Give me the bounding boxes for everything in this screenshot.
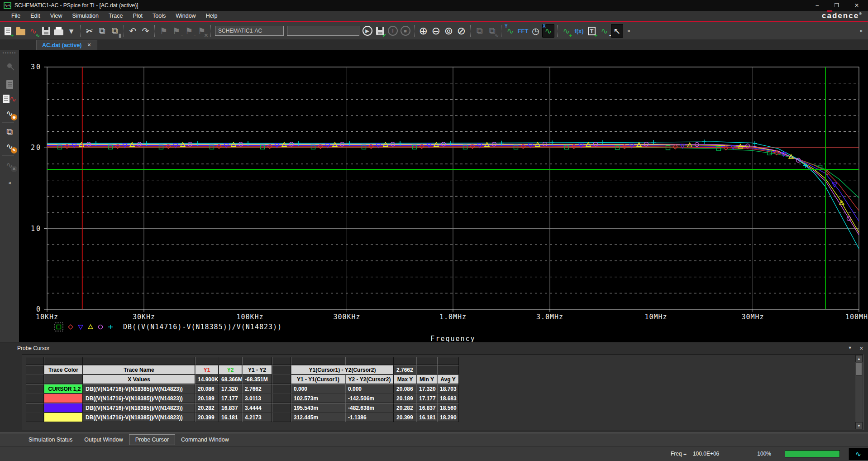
open-file[interactable] [14, 24, 27, 38]
scroll-down-icon[interactable]: ▼ [855, 422, 863, 429]
simulation-profile-combo[interactable]: SCHEMATIC1-AC [214, 24, 285, 38]
redo[interactable]: ↷ [139, 24, 152, 38]
row-selector[interactable] [26, 413, 44, 422]
column-grip[interactable] [83, 357, 195, 365]
open-waveform[interactable]: ∿∿ [27, 24, 39, 38]
column-grip[interactable] [44, 357, 83, 365]
bottom-tab-simulation-status[interactable]: Simulation Status [23, 435, 78, 445]
table-row[interactable]: DB((V(N14716)-V(N18385))/V(N14823))20.18… [26, 394, 459, 403]
zoom-area[interactable]: ⊘ [455, 24, 467, 38]
save[interactable] [40, 24, 52, 38]
table-row[interactable]: DB((V(N14716)-V(N18385))/V(N14823))20.39… [26, 413, 459, 422]
menu-trace[interactable]: Trace [104, 12, 128, 20]
sidebar-collapse-arrow[interactable]: ◂ [8, 180, 11, 186]
column-grip[interactable] [219, 357, 242, 365]
performance-analysis[interactable]: ◷ [529, 24, 542, 38]
menu-window[interactable]: Window [171, 12, 200, 20]
menu-help[interactable]: Help [201, 12, 223, 20]
column-grip[interactable] [242, 357, 272, 365]
legend-selected-box[interactable] [55, 323, 63, 331]
window-display-arrangement-icon[interactable]: ⧉ [2, 125, 17, 139]
bottom-tab-output-window[interactable]: Output Window [78, 435, 129, 445]
ac-analysis-chart[interactable]: 010203010KHz30KHz100KHz300KHz1.0MHz3.0MH… [19, 50, 868, 342]
undo[interactable]: ↶ [127, 24, 139, 38]
column-grip[interactable] [195, 357, 219, 365]
trace-color-swatch[interactable] [44, 413, 83, 422]
menu-edit[interactable]: Edit [25, 12, 45, 20]
row-selector[interactable] [26, 384, 44, 394]
pause-simulation[interactable]: ‖ [386, 24, 399, 38]
zoom-fit[interactable]: ⊚ [443, 24, 455, 38]
next-bookmark[interactable]: ⚑◦ [183, 24, 195, 38]
column-grip[interactable] [26, 357, 44, 365]
header-row-2[interactable]: X Values14.900K68.366M-68.351MY1 - Y1(Cu… [26, 375, 459, 384]
column-grip[interactable] [345, 357, 394, 365]
bottom-tab-command-window[interactable]: Command Window [175, 435, 235, 445]
log-commands[interactable]: ⧉∿ [486, 24, 498, 38]
new-file[interactable]: ＋ [2, 24, 14, 38]
simulation-output-file-icon[interactable] [2, 77, 17, 91]
menu-simulation[interactable]: Simulation [67, 12, 104, 20]
run-simulation[interactable]: ▶ [361, 24, 373, 38]
panel-collapse-icon[interactable]: ▼ [848, 346, 852, 351]
copy-plot-to-clipboard[interactable]: ⧉ [473, 24, 486, 38]
minimize-button[interactable]: – [816, 2, 819, 9]
zoom-out[interactable]: ⊖ [430, 24, 442, 38]
restore-button[interactable]: ❐ [834, 2, 839, 9]
header-row-1[interactable]: Trace ColorTrace NameY1Y2Y1 - Y2Y1(Curso… [26, 365, 459, 375]
scroll-up-icon[interactable]: ▲ [855, 355, 863, 362]
scroll-thumb[interactable] [856, 363, 862, 375]
simulation-status-combo-value[interactable] [287, 26, 359, 36]
paste[interactable]: ⧉▮ [109, 24, 121, 38]
column-grip[interactable] [272, 357, 291, 365]
table-scrollbar[interactable]: ▲ ▼ [855, 355, 863, 429]
row-selector[interactable] [26, 403, 44, 413]
sidebar-drag-handle[interactable]: •••••• [3, 52, 17, 54]
trace-tools-icon[interactable]: ∿✕ [2, 158, 17, 172]
tab-close-icon[interactable]: ✕ [87, 42, 91, 48]
stop-simulation[interactable]: ■ [399, 24, 411, 38]
trace-color-swatch[interactable]: CURSOR 1,2 [44, 384, 83, 394]
previous-bookmark[interactable]: ⚑◦ [170, 24, 182, 38]
column-grip-row[interactable] [26, 357, 459, 365]
close-button[interactable]: ✕ [854, 2, 859, 9]
evaluate-function[interactable]: f(x) [573, 24, 585, 38]
x-axis-settings[interactable]: ∿X [542, 24, 554, 38]
row-selector[interactable] [26, 394, 44, 403]
tab-ac-dat[interactable]: AC.dat (active) ✕ [36, 40, 97, 50]
table-row[interactable]: CURSOR 1,2DB((V(N14716)-V(N18385))/V(N14… [26, 384, 459, 394]
insert-text-label[interactable]: T＋ [586, 24, 598, 38]
cut[interactable]: ✂ [83, 24, 95, 38]
simulation-status-combo[interactable] [286, 24, 361, 38]
copy[interactable]: ⧉ [96, 24, 108, 38]
column-grip[interactable] [437, 357, 459, 365]
column-grip[interactable] [291, 357, 345, 365]
print[interactable] [52, 24, 65, 38]
save-simulation-results[interactable]: ✔ [374, 24, 386, 38]
add-trace[interactable]: ∿＋ [560, 24, 572, 38]
menu-tools[interactable]: Tools [148, 12, 171, 20]
search-trace-icon[interactable]: ∿⊕ [2, 106, 17, 120]
table-row[interactable]: DB((V(N14716)-V(N18385))/V(N14823))20.28… [26, 403, 459, 413]
simulation-profile-combo-value[interactable]: SCHEMATIC1-AC [215, 26, 284, 36]
y-axis-settings[interactable]: ∿Y [504, 24, 516, 38]
clear-bookmarks[interactable]: ⚑✕ [196, 24, 208, 38]
panel-close-icon[interactable]: ✕ [859, 346, 863, 351]
menu-plot[interactable]: Plot [128, 12, 148, 20]
trace-color-swatch[interactable] [44, 394, 83, 403]
toggle-bookmark[interactable]: ⚑ [157, 24, 170, 38]
waveform-file-icon[interactable]: ∿ [2, 92, 17, 106]
waveform-plot-area[interactable]: 010203010KHz30KHz100KHz300KHz1.0MHz3.0MH… [19, 50, 868, 342]
trace-color-swatch[interactable] [44, 403, 83, 413]
menu-file[interactable]: File [6, 12, 25, 20]
toolbar-overflow-icon[interactable]: » [627, 28, 630, 34]
cursor-arrow[interactable]: ↖ [611, 24, 623, 38]
edit-trace-icon[interactable]: ∿✎ [2, 139, 17, 153]
zoom-in[interactable]: ⊕ [417, 24, 429, 38]
menu-view[interactable]: View [45, 12, 67, 20]
print-options-caret[interactable]: ▾ [65, 24, 77, 38]
column-grip[interactable] [394, 357, 416, 365]
column-grip[interactable] [416, 357, 437, 365]
fft[interactable]: FFT [517, 24, 529, 38]
bottom-tab-probe-cursor[interactable]: Probe Cursor [129, 434, 175, 445]
